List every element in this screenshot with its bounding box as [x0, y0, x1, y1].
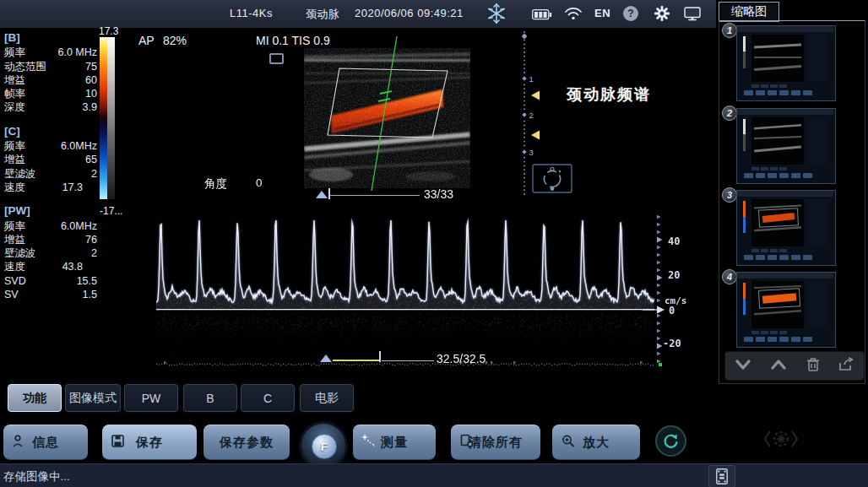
- svg-text:3: 3: [529, 148, 534, 157]
- scale-unit-label: cm/s: [665, 295, 687, 306]
- cine-frame-counter: 33/33: [424, 187, 453, 201]
- colorbar-min-label: -17...: [100, 205, 122, 217]
- param-row: 增益76: [4, 233, 97, 246]
- spectrum-scrubber-range[interactable]: [333, 360, 380, 361]
- freeze-snowflake-icon[interactable]: [486, 3, 507, 28]
- save-params-button[interactable]: 保存参数: [203, 425, 290, 460]
- acoustic-power-label: AP: [138, 34, 155, 47]
- top-bar: L11-4Ks 颈动脉 2020/06/06 09:49:21: [0, 0, 716, 28]
- delete-trash-icon[interactable]: [806, 357, 820, 376]
- spectrum-scrubber-track[interactable]: [382, 360, 434, 361]
- f-dial-center[interactable]: F: [312, 434, 337, 459]
- bmode-image[interactable]: [304, 48, 470, 188]
- battery-icon: [532, 8, 552, 24]
- scale-label-neg20: -20: [663, 338, 681, 349]
- param-row: 帧率10: [4, 87, 97, 100]
- colorbar-max-label: 17.3: [99, 25, 118, 37]
- exam-preset: 颈动脉: [306, 7, 340, 22]
- refresh-arrows-icon: [662, 432, 680, 450]
- spectrum-scrubber-triangle[interactable]: [320, 354, 332, 362]
- tab-c[interactable]: C: [241, 384, 295, 412]
- cine-film-button[interactable]: [708, 465, 735, 487]
- tab-cine[interactable]: 电影: [300, 384, 354, 412]
- save-button[interactable]: 保存: [102, 425, 197, 460]
- parameter-panel: [B] 频率6.0 MHz 动态范围75 增益60 帧率10 深度3.9 [C]…: [4, 30, 97, 301]
- pw-spectrum-display: [156, 214, 654, 367]
- frame-indicator-icon: [269, 53, 284, 64]
- tab-b[interactable]: B: [183, 384, 237, 412]
- clear-page-icon: [460, 435, 474, 451]
- c-mode-header: [C]: [4, 125, 97, 138]
- param-row: 深度3.9: [4, 100, 97, 114]
- thumbnail-number: 4: [722, 269, 737, 284]
- param-row: SV1.5: [4, 288, 97, 301]
- info-button[interactable]: 信息: [3, 425, 88, 460]
- thumbnail-number: 3: [722, 187, 737, 203]
- param-row: 频率6.0 MHz: [4, 46, 97, 59]
- measure-button[interactable]: 测量: [353, 425, 436, 460]
- caliper-measure-icon: [362, 435, 376, 451]
- settings-gear-icon[interactable]: [654, 5, 670, 25]
- language-toggle[interactable]: EN: [594, 7, 610, 19]
- b-mode-header: [B]: [4, 31, 97, 45]
- param-row: 频率6.0MHz: [4, 139, 97, 153]
- page-up-icon[interactable]: [770, 359, 787, 374]
- param-row: 增益65: [4, 153, 97, 166]
- thumbnail-3[interactable]: [736, 190, 836, 266]
- angle-value: 0: [256, 176, 263, 189]
- scale-label-20: 20: [668, 269, 680, 281]
- acoustic-power-value: 82%: [163, 34, 187, 47]
- cine-scrubber-triangle[interactable]: [316, 191, 328, 198]
- scale-label-0: 0: [669, 305, 675, 317]
- status-message: 存储图像中...: [3, 469, 70, 484]
- svg-text:1: 1: [529, 74, 534, 84]
- thumbnail-2[interactable]: [736, 108, 836, 184]
- scale-label-40: 40: [668, 235, 680, 247]
- zoom-button[interactable]: 放大: [552, 425, 640, 460]
- param-row: 频率6.0MHz: [4, 219, 97, 233]
- probe-orientation-icon[interactable]: [532, 164, 572, 197]
- thumbnail-number: 1: [722, 23, 737, 38]
- status-dot: [659, 363, 662, 366]
- cine-scrubber-marker[interactable]: [328, 188, 330, 199]
- thumbnail-1[interactable]: [736, 25, 836, 101]
- tab-pw[interactable]: PW: [124, 384, 178, 412]
- angle-label: 角度: [204, 176, 227, 192]
- refresh-button[interactable]: [655, 425, 686, 457]
- magnifier-plus-icon: [561, 435, 575, 451]
- param-row: 壁滤波2: [4, 246, 97, 260]
- wifi-icon: [564, 7, 583, 24]
- param-row: 壁滤波2: [4, 167, 97, 181]
- param-row: 动态范围75: [4, 60, 97, 73]
- param-row: 增益60: [4, 73, 97, 87]
- ultrasound-screen: L11-4Ks 颈动脉 2020/06/06 09:49:21: [0, 0, 868, 487]
- image-annotation-text: 颈动脉频谱: [567, 84, 651, 105]
- param-row: 速度43.8: [4, 260, 97, 273]
- param-row: SVD15.5: [4, 274, 97, 288]
- datetime: 2020/06/06 09:49:21: [355, 7, 464, 19]
- tab-image-mode[interactable]: 图像模式: [65, 384, 121, 412]
- floppy-save-icon: [111, 435, 124, 450]
- thumbnail-number: 2: [722, 106, 737, 121]
- svg-text:2: 2: [529, 111, 534, 120]
- page-down-icon[interactable]: [735, 359, 751, 374]
- color-flow-bar: [100, 37, 107, 199]
- probe-model: L11-4Ks: [230, 7, 273, 19]
- clear-all-button[interactable]: 清除所有: [451, 425, 540, 460]
- grayscale-bar: [107, 37, 115, 199]
- monitor-icon[interactable]: [684, 7, 701, 24]
- film-strip-icon: [716, 468, 728, 484]
- cine-scrubber-track[interactable]: [330, 195, 420, 196]
- thumbnail-toolbar: [724, 351, 865, 381]
- pw-mode-header: [PW]: [4, 204, 97, 218]
- thumbnail-panel-tab[interactable]: 缩略图: [719, 2, 779, 22]
- help-icon[interactable]: ?: [623, 6, 638, 21]
- spectrum-scrubber-marker[interactable]: [379, 351, 381, 362]
- export-icon[interactable]: [838, 357, 854, 375]
- status-bar: 存储图像中...: [0, 463, 868, 487]
- velocity-colorbar: [100, 37, 115, 199]
- tab-function[interactable]: 功能: [8, 384, 62, 412]
- inactive-control-icon: [762, 426, 800, 455]
- spectrum-position-readout: 32.5/32.5: [437, 352, 486, 365]
- thumbnail-4[interactable]: [736, 272, 836, 348]
